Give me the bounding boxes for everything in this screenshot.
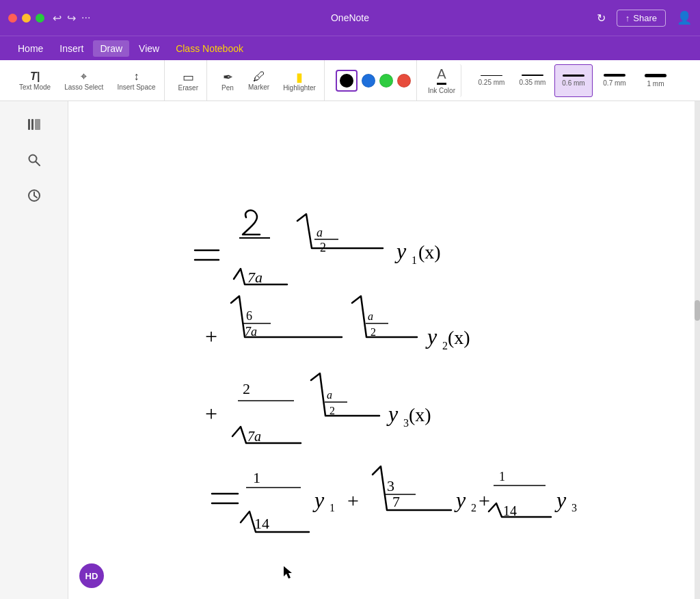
- stroke-sizes: 0.25 mm 0.35 mm 0.6 mm 0.7 mm 1 mm: [467, 64, 680, 97]
- svg-text:y: y: [394, 239, 407, 263]
- scrollbar-thumb[interactable]: [695, 300, 700, 321]
- svg-text:14: 14: [503, 503, 517, 518]
- highlighter-button[interactable]: ▮ Highlighter: [278, 64, 321, 97]
- svg-text:y: y: [312, 488, 325, 512]
- lasso-select-button[interactable]: ⌖ Lasso Select: [59, 64, 109, 97]
- stroke-label-0.25: 0.25 mm: [479, 79, 505, 86]
- ink-color-icon: A: [437, 66, 446, 85]
- svg-text:a: a: [368, 310, 373, 322]
- svg-rect-0: [28, 119, 30, 130]
- svg-text:7a: 7a: [247, 429, 261, 444]
- color-swatches: [330, 60, 417, 101]
- toolbar: T| Text Mode ⌖ Lasso Select ↕ Insert Spa…: [0, 60, 700, 101]
- insert-space-button[interactable]: ↕ Insert Space: [111, 64, 161, 97]
- search-icon: [27, 153, 41, 167]
- library-icon: [27, 117, 42, 132]
- lasso-select-icon: ⌖: [81, 70, 87, 83]
- share-button[interactable]: ↑ Share: [617, 10, 666, 27]
- svg-text:1: 1: [329, 502, 335, 514]
- lasso-select-label: Lasso Select: [64, 84, 103, 91]
- history-icon: [27, 189, 41, 202]
- menu-classnotebook[interactable]: Class Notebook: [169, 40, 250, 57]
- menu-draw[interactable]: Draw: [93, 40, 129, 57]
- svg-text:2: 2: [442, 340, 448, 351]
- titlebar: ↩ ↪ ··· OneNote ↻ ↑ Share 👤: [0, 0, 700, 36]
- svg-line-4: [36, 162, 40, 166]
- stroke-line-0.35: [522, 75, 543, 76]
- eraser-group: ▭ Eraser: [170, 60, 207, 101]
- window-controls: [8, 14, 44, 23]
- eraser-label: Eraser: [178, 85, 198, 92]
- close-button[interactable]: [8, 14, 17, 23]
- app-title: OneNote: [331, 12, 369, 23]
- marker-button[interactable]: 🖊 Marker: [243, 64, 275, 97]
- svg-text:2: 2: [243, 380, 250, 397]
- color-black[interactable]: [340, 74, 353, 88]
- redo-button[interactable]: ↪: [67, 12, 76, 25]
- text-mode-icon: T|: [30, 70, 40, 83]
- menubar: Home Insert Draw View Class Notebook: [0, 36, 700, 60]
- share-icon: ↑: [625, 13, 630, 23]
- text-mode-label: Text Mode: [19, 84, 51, 91]
- stroke-label-0.6: 0.6 mm: [562, 79, 584, 87]
- text-mode-button[interactable]: T| Text Mode: [14, 64, 56, 97]
- stroke-0.35mm[interactable]: 0.35 mm: [513, 64, 552, 97]
- minimize-button[interactable]: [22, 14, 31, 23]
- svg-text:3: 3: [387, 477, 394, 494]
- stroke-1mm[interactable]: 1 mm: [636, 64, 675, 97]
- menu-view[interactable]: View: [132, 40, 166, 57]
- highlighter-icon: ▮: [296, 70, 303, 85]
- more-button[interactable]: ···: [81, 12, 90, 24]
- svg-text:14: 14: [254, 515, 269, 532]
- svg-rect-1: [31, 119, 33, 130]
- svg-text:1: 1: [412, 254, 417, 266]
- menu-insert[interactable]: Insert: [53, 40, 90, 57]
- collab-icon[interactable]: 👤: [677, 10, 692, 25]
- stroke-0.25mm[interactable]: 0.25 mm: [472, 64, 511, 97]
- svg-text:2: 2: [471, 502, 476, 514]
- sidebar-history[interactable]: [19, 181, 49, 211]
- ink-color-label: Ink Color: [428, 87, 455, 94]
- svg-text:7a: 7a: [245, 325, 257, 338]
- svg-text:2: 2: [329, 405, 335, 416]
- stroke-label-0.7: 0.7 mm: [603, 79, 625, 87]
- svg-text:y: y: [454, 488, 466, 512]
- svg-rect-2: [35, 119, 40, 130]
- undo-button[interactable]: ↩: [53, 12, 62, 25]
- sidebar-search[interactable]: [19, 145, 49, 175]
- svg-text:+: +: [205, 401, 217, 426]
- scrollbar[interactable]: [695, 101, 700, 599]
- svg-text:+: +: [347, 489, 359, 511]
- svg-text:a: a: [317, 226, 323, 239]
- svg-text:+: +: [205, 324, 217, 349]
- undo-redo-group: ↩ ↪ ···: [53, 12, 90, 25]
- selection-tools: T| Text Mode ⌖ Lasso Select ↕ Insert Spa…: [11, 60, 165, 101]
- svg-text:y: y: [554, 488, 567, 512]
- maximize-button[interactable]: [36, 14, 44, 23]
- sidebar-library[interactable]: [19, 109, 49, 139]
- marker-icon: 🖊: [253, 70, 265, 84]
- marker-label: Marker: [248, 84, 269, 91]
- highlighter-label: Highlighter: [283, 85, 316, 92]
- pen-button[interactable]: ✒ Pen: [215, 64, 240, 97]
- sidebar: [0, 101, 68, 599]
- ink-color-button[interactable]: A Ink Color: [422, 64, 461, 97]
- stroke-0.6mm[interactable]: 0.6 mm: [554, 64, 593, 97]
- stroke-line-0.25: [481, 75, 502, 76]
- insert-space-icon: ↕: [133, 70, 139, 83]
- canvas-area[interactable]: 7a a 2 y 1 (x) + 6 7a a 2: [68, 101, 700, 599]
- color-red[interactable]: [397, 74, 411, 88]
- stroke-label-0.35: 0.35 mm: [520, 79, 546, 86]
- menu-home[interactable]: Home: [11, 40, 50, 57]
- svg-text:7a: 7a: [247, 269, 262, 286]
- svg-text:2: 2: [371, 326, 376, 338]
- color-green[interactable]: [379, 74, 393, 88]
- color-blue[interactable]: [362, 74, 375, 88]
- eraser-button[interactable]: ▭ Eraser: [173, 64, 204, 97]
- avatar[interactable]: HD: [79, 563, 104, 588]
- svg-text:1: 1: [253, 469, 260, 486]
- svg-text:(x): (x): [418, 241, 441, 263]
- stroke-0.7mm[interactable]: 0.7 mm: [595, 64, 634, 97]
- sync-icon[interactable]: ↻: [597, 12, 606, 25]
- svg-text:1: 1: [499, 470, 505, 483]
